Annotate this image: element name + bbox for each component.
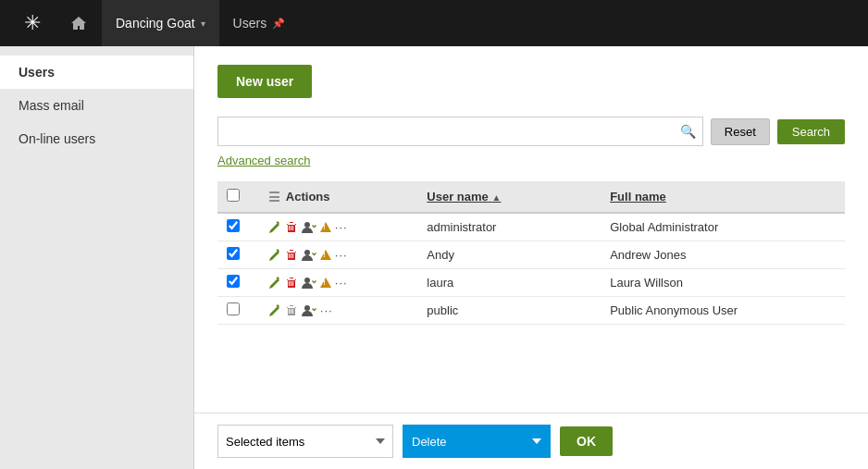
delete-icon[interactable]	[285, 304, 298, 317]
search-icon: 🔍	[680, 124, 696, 139]
svg-point-0	[304, 222, 310, 228]
search-input-row: 🔍 Reset Search	[217, 117, 845, 146]
delete-icon[interactable]	[285, 277, 298, 290]
action-select[interactable]: Delete Enable Disable	[403, 425, 551, 458]
search-input-wrapper: 🔍	[217, 117, 703, 146]
table-row: ···publicPublic Anonymous User	[217, 297, 845, 325]
home-button[interactable]	[56, 0, 102, 46]
warning-icon[interactable]: !	[320, 250, 331, 260]
sidebar: Users Mass email On-line users	[0, 46, 194, 469]
table-row: !···administratorGlobal Administrator	[217, 213, 845, 241]
main-layout: Users Mass email On-line users New user …	[0, 46, 868, 469]
warning-icon[interactable]: !	[320, 278, 331, 288]
hamburger-icon: ☰	[268, 190, 280, 204]
reset-button[interactable]: Reset	[711, 118, 770, 145]
row-checkbox[interactable]	[227, 275, 240, 288]
users-table: ☰ Actions User name ▲ Full name !···admi…	[217, 181, 845, 325]
fullname-cell: Andrew Jones	[601, 241, 845, 269]
username-cell: laura	[417, 269, 601, 297]
search-button[interactable]: Search	[777, 119, 845, 144]
selected-items-select[interactable]: Selected items	[217, 425, 393, 458]
more-icon[interactable]: ···	[320, 303, 333, 317]
username-cell: public	[417, 297, 601, 325]
app-arrow-icon: ▾	[201, 19, 205, 29]
sidebar-item-users[interactable]: Users	[0, 56, 193, 89]
warning-icon[interactable]: !	[320, 222, 331, 232]
delete-icon[interactable]	[285, 249, 298, 262]
edit-icon[interactable]	[268, 304, 281, 317]
sort-arrow-icon: ▲	[491, 192, 501, 203]
select-all-checkbox[interactable]	[227, 189, 240, 202]
bottom-bar: Selected items Delete Enable Disable OK	[194, 413, 868, 469]
action-icons: !···	[268, 220, 408, 234]
fullname-cell: Global Administrator	[601, 213, 845, 241]
new-user-button[interactable]: New user	[217, 65, 312, 98]
row-checkbox[interactable]	[227, 302, 240, 315]
th-select-all	[217, 181, 259, 213]
sidebar-item-mass-email[interactable]: Mass email	[0, 89, 193, 122]
fullname-cell: Public Anonymous User	[601, 297, 845, 325]
sidebar-item-online-users[interactable]: On-line users	[0, 122, 193, 155]
fullname-cell: Laura Willson	[601, 269, 845, 297]
more-icon[interactable]: ···	[335, 248, 348, 262]
svg-point-3	[304, 305, 310, 311]
ok-button[interactable]: OK	[560, 426, 613, 456]
app-name-label: Dancing Goat	[116, 16, 195, 31]
table-header-row: ☰ Actions User name ▲ Full name	[217, 181, 845, 213]
edit-icon[interactable]	[268, 277, 281, 290]
svg-point-2	[304, 278, 310, 283]
main-content: New user 🔍 Reset Search Advanced search	[194, 46, 868, 469]
user-manage-icon[interactable]	[302, 277, 316, 290]
breadcrumb-page: Users	[233, 16, 267, 31]
action-icons: !···	[268, 248, 408, 262]
advanced-search-link[interactable]: Advanced search	[217, 154, 310, 167]
search-area: 🔍 Reset Search Advanced search	[217, 117, 845, 167]
user-manage-icon[interactable]	[302, 221, 316, 234]
more-icon[interactable]: ···	[335, 276, 348, 290]
row-checkbox[interactable]	[227, 219, 240, 232]
delete-icon[interactable]	[285, 221, 298, 234]
table-row: !···AndyAndrew Jones	[217, 241, 845, 269]
action-icons: ···	[268, 303, 408, 317]
topbar: ✳ Dancing Goat ▾ Users 📌	[0, 0, 868, 46]
edit-icon[interactable]	[268, 249, 281, 262]
breadcrumb: Users 📌	[219, 16, 300, 31]
row-checkbox[interactable]	[227, 247, 240, 260]
logo-icon: ✳	[9, 0, 56, 46]
user-manage-icon[interactable]	[302, 249, 316, 262]
action-icons: !···	[268, 276, 408, 290]
pin-icon[interactable]: 📌	[272, 18, 285, 30]
username-cell: administrator	[417, 213, 601, 241]
edit-icon[interactable]	[268, 221, 281, 234]
advanced-search-link-wrapper: Advanced search	[217, 154, 845, 167]
th-username[interactable]: User name ▲	[417, 181, 601, 213]
username-cell: Andy	[417, 241, 601, 269]
user-manage-icon[interactable]	[302, 304, 316, 317]
app-switcher[interactable]: Dancing Goat ▾	[102, 0, 219, 46]
th-fullname[interactable]: Full name	[601, 181, 845, 213]
search-input[interactable]	[217, 117, 703, 146]
th-actions-label[interactable]: Actions	[286, 190, 330, 204]
table-row: !···lauraLaura Willson	[217, 269, 845, 297]
svg-point-1	[304, 250, 310, 255]
more-icon[interactable]: ···	[335, 220, 348, 234]
th-actions: ☰ Actions	[259, 181, 417, 213]
